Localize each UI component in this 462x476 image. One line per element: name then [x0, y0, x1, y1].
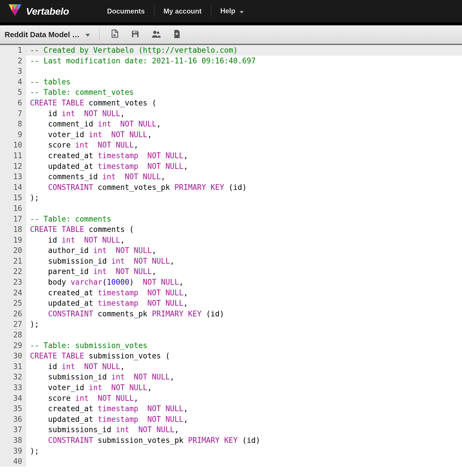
line-number: 32 — [0, 372, 22, 382]
nav-account[interactable]: My account — [154, 7, 211, 15]
line-number: 18 — [0, 224, 22, 235]
code-line[interactable]: author_id int NOT NULL, — [30, 245, 462, 256]
line-number: 20 — [0, 245, 22, 256]
line-number: 1 — [0, 45, 22, 56]
share-button[interactable] — [150, 29, 162, 40]
code-line[interactable]: CREATE TABLE comments ( — [30, 224, 462, 235]
line-number: 26 — [0, 309, 22, 319]
code-line[interactable]: submissions_id int NOT NULL, — [30, 424, 462, 435]
line-number: 31 — [0, 361, 22, 372]
code-line[interactable]: -- Table: comments — [30, 214, 462, 224]
line-number: 15 — [0, 192, 22, 203]
nav-help[interactable]: Help — [211, 7, 253, 16]
code-line[interactable]: -- tables — [30, 77, 462, 87]
code-line[interactable]: comments_id int NOT NULL, — [30, 171, 462, 182]
line-number: 3 — [0, 66, 22, 77]
line-number: 5 — [0, 87, 22, 98]
code-line[interactable]: body varchar(10000) NOT NULL, — [30, 277, 462, 288]
line-number: 29 — [0, 340, 22, 351]
chevron-down-icon — [240, 7, 244, 16]
code-line[interactable]: CONSTRAINT comment_votes_pk PRIMARY KEY … — [30, 182, 462, 193]
top-nav: Documents My account Help — [98, 5, 253, 17]
code-line[interactable] — [30, 456, 462, 467]
svg-rect-10 — [133, 34, 137, 37]
code-line[interactable]: ); — [30, 319, 462, 330]
code-line[interactable]: -- Created by Vertabelo (http://vertabel… — [26, 45, 462, 56]
code-line[interactable]: -- Table: submission_votes — [30, 340, 462, 351]
model-name: Reddit Data Model … — [5, 30, 80, 39]
code-line[interactable] — [30, 66, 462, 77]
code-line[interactable]: voter_id int NOT NULL, — [30, 129, 462, 140]
svg-rect-9 — [133, 31, 137, 33]
topbar: Vertabelo Documents My account Help — [0, 0, 462, 25]
line-number: 19 — [0, 235, 22, 245]
code-line[interactable]: updated_at timestamp NOT NULL, — [30, 414, 462, 425]
code-line[interactable]: -- Table: comment_votes — [30, 87, 462, 98]
model-dropdown[interactable]: Reddit Data Model … — [5, 30, 95, 39]
users-icon — [151, 29, 161, 40]
line-number: 4 — [0, 77, 22, 87]
code-line[interactable] — [30, 330, 462, 340]
code-line[interactable]: submission_id int NOT NULL, — [30, 372, 462, 382]
code-line[interactable]: updated_at timestamp NOT NULL, — [30, 161, 462, 172]
code-line[interactable]: created_at timestamp NOT NULL, — [30, 288, 462, 298]
line-number: 8 — [0, 119, 22, 129]
svg-point-13 — [157, 32, 159, 34]
code-line[interactable]: comment_id int NOT NULL, — [30, 119, 462, 129]
code-line[interactable]: id int NOT NULL, — [30, 108, 462, 119]
line-number: 10 — [0, 140, 22, 150]
toolbar-separator — [99, 28, 99, 41]
toolbar: Reddit Data Model … — [0, 25, 462, 45]
line-number: 6 — [0, 98, 22, 108]
svg-marker-7 — [240, 11, 244, 14]
code-line[interactable]: voter_id int NOT NULL, — [30, 382, 462, 393]
code-line[interactable]: updated_at timestamp NOT NULL, — [30, 298, 462, 309]
code-line[interactable]: score int NOT NULL, — [30, 140, 462, 150]
line-number: 24 — [0, 288, 22, 298]
line-number: 35 — [0, 403, 22, 414]
code-line[interactable]: score int NOT NULL, — [30, 393, 462, 404]
code-line[interactable]: parent_id int NOT NULL, — [30, 266, 462, 277]
floppy-disk-icon — [130, 29, 140, 40]
brand-logo[interactable]: Vertabelo — [7, 3, 69, 20]
code-line[interactable]: submission_id int NOT NULL, — [30, 256, 462, 267]
logo-icon — [7, 3, 23, 20]
code-line[interactable]: ); — [30, 446, 462, 456]
svg-marker-8 — [85, 34, 90, 37]
brand-name: Vertabelo — [26, 6, 69, 17]
code-line[interactable]: id int NOT NULL, — [30, 361, 462, 372]
nav-help-label: Help — [220, 7, 235, 15]
code-line[interactable]: id int NOT NULL, — [30, 235, 462, 245]
file-download-icon — [172, 29, 182, 40]
file-plus-icon — [110, 29, 119, 40]
code-line[interactable] — [30, 203, 462, 214]
line-number: 22 — [0, 266, 22, 277]
svg-rect-11 — [135, 32, 136, 33]
line-number: 11 — [0, 150, 22, 161]
code-line[interactable]: CREATE TABLE comment_votes ( — [30, 98, 462, 108]
line-number: 13 — [0, 171, 22, 182]
code-editor[interactable]: 1234567891011121314151617181920212223242… — [0, 45, 462, 467]
code-line[interactable]: CONSTRAINT comments_pk PRIMARY KEY (id) — [30, 309, 462, 319]
line-number: 9 — [0, 129, 22, 140]
code-line[interactable]: CONSTRAINT submission_votes_pk PRIMARY K… — [30, 435, 462, 446]
line-number: 2 — [0, 56, 22, 66]
line-number: 40 — [0, 456, 22, 467]
nav-documents[interactable]: Documents — [98, 7, 154, 15]
code-line[interactable]: CREATE TABLE submission_votes ( — [30, 351, 462, 361]
code-line[interactable]: ); — [30, 192, 462, 203]
save-button[interactable] — [129, 29, 141, 40]
line-number: 27 — [0, 319, 22, 330]
line-number: 7 — [0, 108, 22, 119]
line-number: 28 — [0, 330, 22, 340]
line-number: 33 — [0, 382, 22, 393]
download-button[interactable] — [171, 29, 183, 40]
line-number-gutter: 1234567891011121314151617181920212223242… — [0, 45, 26, 467]
code-line[interactable]: created_at timestamp NOT NULL, — [30, 150, 462, 161]
code-line[interactable]: -- Last modification date: 2021-11-16 09… — [30, 56, 462, 66]
chevron-down-icon — [85, 30, 90, 39]
code-content[interactable]: -- Created by Vertabelo (http://vertabel… — [26, 45, 462, 467]
line-number: 23 — [0, 277, 22, 288]
new-file-button[interactable] — [109, 29, 120, 40]
code-line[interactable]: created_at timestamp NOT NULL, — [30, 403, 462, 414]
